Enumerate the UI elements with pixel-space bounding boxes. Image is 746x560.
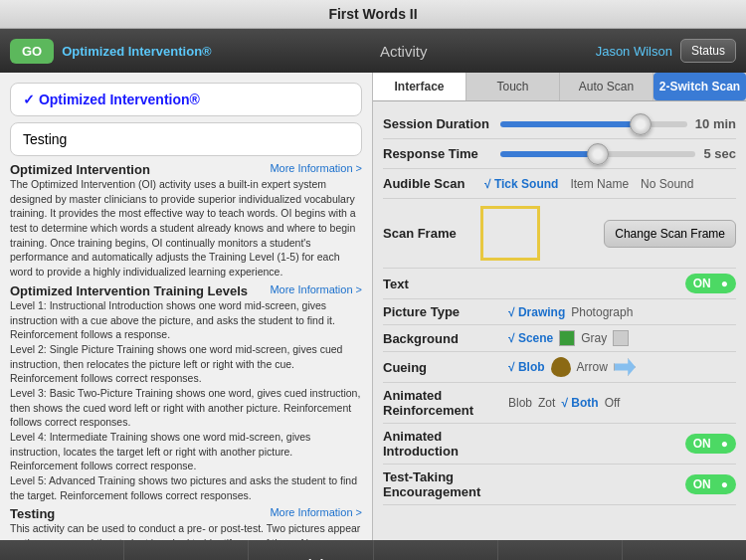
session-duration-value: 10 min: [695, 116, 736, 131]
arrow-icon: [614, 358, 636, 376]
session-duration-thumb: [630, 113, 652, 135]
response-time-track: [500, 151, 695, 157]
cueing-row: Cueing Blob Arrow: [383, 352, 736, 383]
animated-introduction-row: Animated Introduction ON ●: [383, 424, 736, 465]
scene-swatch: [559, 330, 575, 346]
item-name-option[interactable]: Item Name: [570, 177, 629, 191]
testing-section-title: Testing: [10, 506, 55, 521]
tick-sound-option[interactable]: Tick Sound: [484, 177, 558, 191]
scan-tabs: Interface Touch Auto Scan 2-Switch Scan: [373, 73, 746, 101]
photograph-option[interactable]: Photograph: [571, 305, 633, 319]
tab-interface[interactable]: Interface: [373, 73, 466, 100]
both-option[interactable]: Both: [561, 396, 598, 410]
blob-cueing-option[interactable]: Blob: [508, 360, 545, 374]
response-time-thumb: [587, 143, 609, 165]
response-time-slider[interactable]: [500, 151, 695, 157]
left-panel: Optimized Intervention® Testing Optimize…: [0, 73, 373, 540]
tab-reports[interactable]: Reports: [498, 540, 623, 560]
background-row: Background Scene Gray: [383, 325, 736, 352]
testing-section-text: This activity can be used to conduct a p…: [10, 521, 362, 540]
animated-reinforcement-row: Animated Reinforcement Blob Zot Both Off: [383, 383, 736, 424]
tab-activity[interactable]: Activity: [249, 540, 373, 560]
oi-section-title: Optimized Intervention: [10, 162, 150, 177]
oi-levels-more-info[interactable]: More Information >: [270, 283, 362, 295]
testing-choice-button[interactable]: Testing: [10, 122, 362, 156]
text-label: Text: [383, 277, 502, 291]
center-activity-label: Activity: [212, 43, 596, 60]
tab-auto-scan[interactable]: Auto Scan: [560, 73, 653, 100]
gray-option[interactable]: Gray: [581, 331, 607, 345]
change-scan-frame-button[interactable]: Change Scan Frame: [604, 220, 736, 248]
no-sound-option[interactable]: No Sound: [641, 177, 693, 191]
testing-more-info[interactable]: More Information >: [270, 506, 362, 518]
text-toggle[interactable]: ON ●: [685, 274, 736, 293]
tab-2switch-scan[interactable]: 2-Switch Scan: [653, 73, 746, 100]
background-label: Background: [383, 331, 502, 346]
audible-scan-row: Audible Scan Tick Sound Item Name No Sou…: [383, 169, 736, 199]
response-time-label: Response Time: [383, 146, 492, 161]
right-panel: Interface Touch Auto Scan 2-Switch Scan …: [373, 73, 746, 540]
test-taking-row: Test-Taking Encouragement ON ●: [383, 465, 736, 505]
oi-more-info[interactable]: More Information >: [270, 162, 362, 174]
top-nav: GO Optimized Intervention® Activity Jaso…: [0, 29, 746, 73]
tab-students[interactable]: Students: [124, 540, 249, 560]
animated-introduction-label: Animated Introduction: [383, 429, 502, 459]
scan-frame-row: Scan Frame Change Scan Frame: [383, 199, 736, 269]
oi-section: Optimized Intervention More Information …: [10, 162, 362, 177]
tab-home[interactable]: Home: [0, 540, 124, 560]
tab-about[interactable]: About: [623, 540, 746, 560]
bottom-tab-bar: Home Students Activity Vocabulary Report…: [0, 540, 746, 560]
oi-levels-title: Optimized Intervention Training Levels: [10, 283, 248, 298]
drawing-option[interactable]: Drawing: [508, 305, 565, 319]
testing-section: Testing More Information >: [10, 506, 362, 521]
test-taking-label: Test-Taking Encouragement: [383, 469, 502, 499]
scan-frame-box: [480, 206, 540, 261]
session-duration-track: [500, 121, 687, 127]
blob-reinforcement-option[interactable]: Blob: [508, 396, 532, 410]
go-button[interactable]: GO: [10, 39, 54, 64]
tab-vocabulary[interactable]: Vocabulary: [374, 540, 498, 560]
status-button[interactable]: Status: [680, 39, 736, 63]
zot-option[interactable]: Zot: [538, 396, 555, 410]
off-option[interactable]: Off: [605, 396, 621, 410]
tab-touch[interactable]: Touch: [466, 73, 560, 100]
arrow-cueing-option[interactable]: Arrow: [577, 360, 608, 374]
session-duration-row: Session Duration 10 min: [383, 109, 736, 139]
picture-type-row: Picture Type Drawing Photograph: [383, 299, 736, 325]
cueing-label: Cueing: [383, 360, 502, 375]
session-duration-label: Session Duration: [383, 116, 492, 131]
oi-choice-button[interactable]: Optimized Intervention®: [10, 83, 362, 116]
settings-area: Session Duration 10 min Response Time 5 …: [373, 101, 746, 513]
oi-levels-text: Level 1: Instructional Introduction show…: [10, 298, 362, 503]
response-time-value: 5 sec: [703, 146, 736, 161]
audible-scan-label: Audible Scan: [383, 176, 472, 191]
scene-option[interactable]: Scene: [508, 331, 553, 345]
oi-levels-section: Optimized Intervention Training Levels M…: [10, 283, 362, 298]
title-bar: First Words II: [0, 0, 746, 29]
test-taking-toggle[interactable]: ON ●: [685, 474, 736, 494]
picture-type-label: Picture Type: [383, 304, 502, 319]
gray-swatch: [613, 330, 629, 346]
main-content: Optimized Intervention® Testing Optimize…: [0, 73, 746, 540]
session-duration-slider[interactable]: [500, 121, 687, 127]
oi-label: Optimized Intervention®: [62, 44, 211, 59]
scan-frame-label: Scan Frame: [383, 226, 472, 241]
oi-section-text: The Optimized Intervention (OI) activity…: [10, 177, 362, 280]
response-time-row: Response Time 5 sec: [383, 139, 736, 169]
app-title: First Words II: [328, 6, 417, 22]
text-row: Text ON ●: [383, 269, 736, 299]
activity-tab-label: Activity: [285, 557, 336, 561]
animated-introduction-toggle[interactable]: ON ●: [685, 434, 736, 454]
animated-reinforcement-label: Animated Reinforcement: [383, 388, 502, 418]
blob-icon: [551, 357, 571, 377]
user-name: Jason Wilson: [596, 44, 672, 59]
